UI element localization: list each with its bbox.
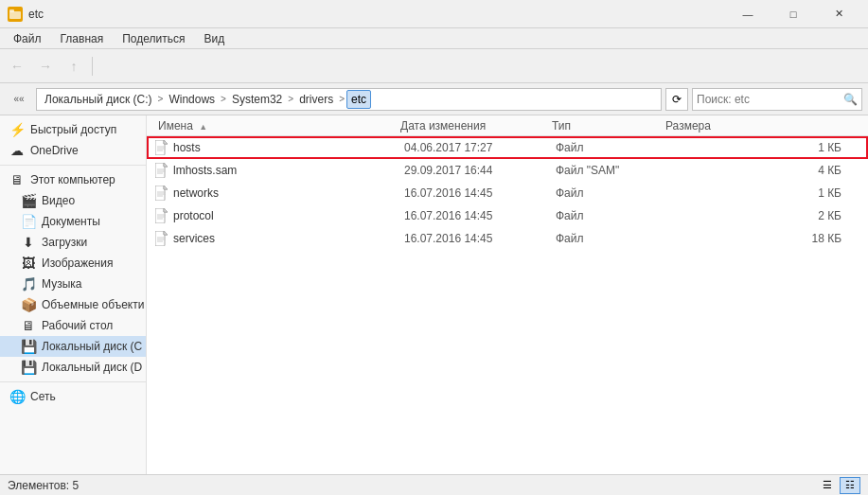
quickaccess-icon: ⚡ [9,122,25,137]
sidebar-divider1 [0,165,146,166]
sidebar-item-thispc[interactable]: 🖥 Этот компьютер [0,169,146,190]
sidebar-item-local-c[interactable]: 💾 Локальный диск (C [0,336,146,357]
file-name: networks [173,186,404,200]
table-row[interactable]: protocol16.07.2016 14:45Файл2 КБ [147,204,868,227]
file-icon [154,186,169,201]
maximize-button[interactable]: □ [771,0,815,28]
file-type: Файл "SAM" [556,164,669,177]
sidebar-label-downloads: Загрузки [42,236,87,249]
sidebar-item-downloads[interactable]: ⬇ Загрузки [0,232,146,253]
breadcrumb-system32[interactable]: System32 [228,91,286,108]
sidebar-item-music[interactable]: 🎵 Музыка [0,274,146,294]
col-header-type[interactable]: Тип [552,119,665,133]
file-size: 2 КБ [669,209,860,222]
sidebar-label-images: Изображения [42,256,113,270]
sidebar-item-desktop[interactable]: 🖥 Рабочий стол [0,315,146,336]
col-date-label: Дата изменения [400,119,486,133]
breadcrumb-etc[interactable]: etc [346,90,371,109]
col-header-name[interactable]: Имена ▲ [154,119,400,133]
menubar: Файл Главная Поделиться Вид [0,28,868,49]
view-toggle: ☰ ☷ [817,477,860,494]
menu-home[interactable]: Главная [51,30,114,47]
col-name-label: Имена [158,119,193,133]
breadcrumb-drivers[interactable]: drivers [295,91,337,108]
file-type: Файл [556,141,669,154]
col-size-label: Размера [665,119,711,133]
addressbar-expand-button[interactable]: «« [6,86,32,113]
search-input[interactable] [697,93,840,106]
up-button[interactable]: ↑ [61,53,87,80]
file-icon [154,231,169,246]
titlebar: etc — □ ✕ [0,0,868,28]
sidebar-item-video[interactable]: 🎬 Видео [0,190,146,211]
titlebar-left: etc [8,7,44,22]
menu-share[interactable]: Поделиться [113,30,194,47]
breadcrumb-c-drive[interactable]: Локальный диск (C:) [41,91,156,108]
file-date: 16.07.2016 14:45 [404,209,556,222]
video-icon: 🎬 [21,193,36,208]
network-icon: 🌐 [9,389,25,404]
sidebar-item-documents[interactable]: 📄 Документы [0,211,146,232]
svg-rect-0 [9,11,21,19]
col-header-size[interactable]: Размера [665,119,860,133]
close-button[interactable]: ✕ [817,0,860,28]
table-row[interactable]: hosts04.06.2017 17:27Файл1 КБ [147,136,868,159]
menu-view[interactable]: Вид [194,30,234,47]
statusbar-count: Элементов: 5 [8,479,79,492]
breadcrumb-sep1: > [158,94,164,104]
sidebar-item-onedrive[interactable]: ☁ OneDrive [0,140,146,161]
sidebar-label-3d: Объемные объекти [42,298,144,311]
minimize-button[interactable]: — [726,0,770,28]
images-icon: 🖼 [21,256,36,271]
svg-marker-23 [164,231,168,235]
file-icon [154,163,169,178]
sidebar-item-network[interactable]: 🌐 Сеть [0,386,146,407]
file-icon [154,140,169,155]
thispc-icon: 🖥 [9,172,25,187]
table-row[interactable]: lmhosts.sam29.09.2017 16:44Файл "SAM"4 К… [147,159,868,182]
col-header-date[interactable]: Дата изменения [400,119,552,133]
menu-file[interactable]: Файл [4,30,51,47]
sidebar-item-local-d[interactable]: 💾 Локальный диск (D [0,357,146,378]
file-icon [154,208,169,223]
file-type: Файл [556,186,669,200]
disk-c-icon: 💾 [21,339,36,354]
file-name: hosts [173,141,404,154]
file-name: lmhosts.sam [173,164,404,177]
titlebar-controls: — □ ✕ [726,0,860,28]
table-row[interactable]: services16.07.2016 14:45Файл18 КБ [147,227,868,250]
back-button[interactable]: ← [4,53,30,80]
sort-arrow: ▲ [199,122,207,132]
sidebar: ⚡ Быстрый доступ ☁ OneDrive 🖥 Этот компь… [0,115,147,474]
breadcrumb-sep4: > [339,94,345,104]
sidebar-label-documents: Документы [42,215,100,228]
documents-icon: 📄 [21,214,36,229]
search-icon: 🔍 [843,93,858,106]
sidebar-item-images[interactable]: 🖼 Изображения [0,253,146,274]
desktop-icon: 🖥 [21,318,36,333]
sidebar-label-onedrive: OneDrive [30,144,79,157]
sidebar-label-local-c: Локальный диск (C [42,340,142,353]
svg-marker-3 [164,140,168,144]
breadcrumb-windows[interactable]: Windows [165,91,219,108]
sidebar-label-thispc: Этот компьютер [30,173,115,186]
col-type-label: Тип [552,119,571,133]
addressbar: «« Локальный диск (C:) > Windows > Syste… [0,83,868,115]
sidebar-item-quickaccess[interactable]: ⚡ Быстрый доступ [0,119,146,140]
3d-icon: 📦 [21,297,36,312]
refresh-button[interactable]: ⟳ [665,88,688,111]
file-type: Файл [556,209,669,222]
list-view-button[interactable]: ☰ [817,477,838,494]
file-name: services [173,232,404,245]
music-icon: 🎵 [21,276,36,292]
main-content: ⚡ Быстрый доступ ☁ OneDrive 🖥 Этот компь… [0,115,868,474]
statusbar: Элементов: 5 ☰ ☷ [0,474,868,495]
table-row[interactable]: networks16.07.2016 14:45Файл1 КБ [147,182,868,204]
sidebar-label-network: Сеть [30,390,56,403]
forward-button[interactable]: → [32,53,59,80]
sidebar-item-3d[interactable]: 📦 Объемные объекти [0,294,146,315]
file-date: 04.06.2017 17:27 [404,141,556,154]
sidebar-divider2 [0,381,146,382]
details-view-button[interactable]: ☷ [840,477,860,494]
onedrive-icon: ☁ [9,143,25,158]
